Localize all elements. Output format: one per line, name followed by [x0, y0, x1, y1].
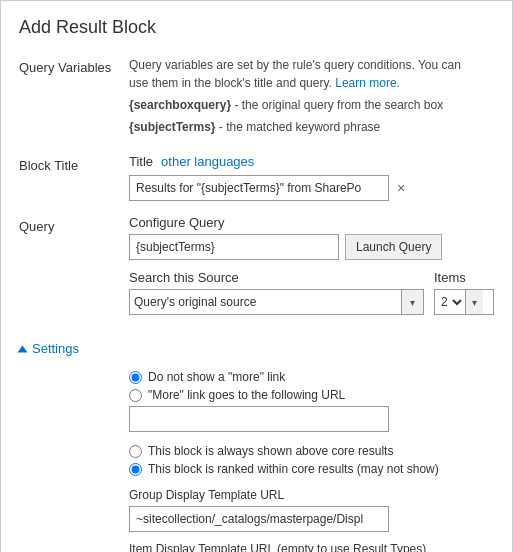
settings-content: Do not show a "more" link "More" link go…	[19, 370, 494, 552]
group-template-label: Group Display Template URL	[129, 488, 494, 502]
settings-label: Settings	[32, 341, 79, 356]
search-source-select-wrapper: Query's original source Local SharePoint…	[129, 289, 424, 315]
always-above-option: This block is always shown above core re…	[129, 444, 494, 458]
core-results-radio-group: This block is always shown above core re…	[129, 444, 494, 476]
title-row: Title other languages	[129, 154, 494, 169]
no-more-link-option: Do not show a "more" link	[129, 370, 494, 384]
items-select-wrapper: 1 2 3 4 5 ▾	[434, 289, 494, 315]
query-variables-label: Query Variables	[19, 56, 129, 140]
more-link-url-input[interactable]	[129, 406, 389, 432]
ranked-within-option: This block is ranked within core results…	[129, 462, 494, 476]
group-template-input[interactable]	[129, 506, 389, 532]
ranked-within-radio[interactable]	[129, 463, 142, 476]
query-variables-section: Query Variables Query variables are set …	[19, 56, 494, 140]
configure-query-label: Configure Query	[129, 215, 494, 230]
block-title-label: Block Title	[19, 154, 129, 201]
query-variables-info: Query variables are set by the rule's qu…	[129, 56, 494, 92]
items-col: Items 1 2 3 4 5 ▾	[434, 270, 494, 315]
title-input-row: ×	[129, 175, 494, 201]
query-input-row: Launch Query	[129, 234, 494, 260]
search-source-col: Search this Source Query's original sour…	[129, 270, 424, 315]
query-variables-content: Query variables are set by the rule's qu…	[129, 56, 494, 140]
always-above-radio[interactable]	[129, 445, 142, 458]
items-label: Items	[434, 270, 494, 285]
items-select[interactable]: 1 2 3 4 5	[435, 290, 465, 314]
page-title: Add Result Block	[19, 17, 494, 38]
search-source-select[interactable]: Query's original source Local SharePoint…	[130, 290, 401, 314]
clear-title-button[interactable]: ×	[393, 181, 409, 195]
query-input[interactable]	[129, 234, 339, 260]
search-source-label: Search this Source	[129, 270, 424, 285]
more-link-url-option: "More" link goes to the following URL	[129, 388, 494, 402]
settings-header[interactable]: Settings	[19, 341, 494, 356]
block-title-content: Title other languages ×	[129, 154, 494, 201]
more-link-url-radio[interactable]	[129, 389, 142, 402]
source-select-arrow: ▾	[401, 290, 423, 314]
launch-query-button[interactable]: Launch Query	[345, 234, 442, 260]
no-more-link-radio[interactable]	[129, 371, 142, 384]
subject-terms-info: {subjectTerms} - the matched keyword phr…	[129, 118, 494, 136]
other-languages-link[interactable]: other languages	[161, 154, 254, 169]
always-above-label: This block is always shown above core re…	[148, 444, 393, 458]
block-title-input[interactable]	[129, 175, 389, 201]
title-field-label: Title	[129, 154, 153, 169]
query-content: Configure Query Launch Query Search this…	[129, 215, 494, 327]
query-section: Query Configure Query Launch Query Searc…	[19, 215, 494, 327]
settings-triangle-icon	[18, 345, 28, 352]
more-link-url-label: "More" link goes to the following URL	[148, 388, 345, 402]
searchbox-info: {searchboxquery} - the original query fr…	[129, 96, 494, 114]
source-items-row: Search this Source Query's original sour…	[129, 270, 494, 315]
more-link-radio-group: Do not show a "more" link "More" link go…	[129, 370, 494, 432]
block-title-section: Block Title Title other languages ×	[19, 154, 494, 201]
items-select-arrow: ▾	[465, 290, 483, 314]
ranked-within-label: This block is ranked within core results…	[148, 462, 439, 476]
no-more-link-label: Do not show a "more" link	[148, 370, 285, 384]
learn-more-link[interactable]: Learn more.	[335, 76, 400, 90]
add-result-block-panel: Add Result Block Query Variables Query v…	[0, 0, 513, 552]
item-template-label: Item Display Template URL (empty to use …	[129, 542, 494, 552]
query-label: Query	[19, 215, 129, 327]
settings-section: Settings Do not show a "more" link "More…	[19, 341, 494, 552]
